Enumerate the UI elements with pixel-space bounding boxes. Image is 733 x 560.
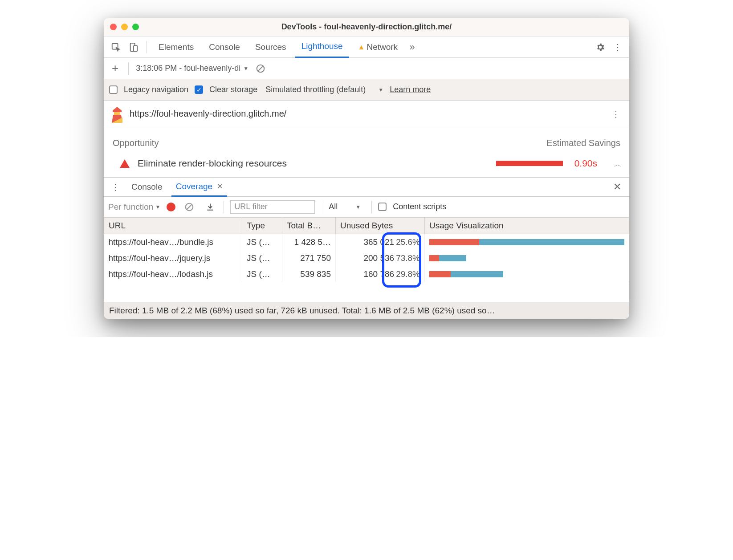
throttling-caret-icon[interactable]: ▼: [378, 87, 383, 93]
opportunity-row[interactable]: Eliminate render-blocking resources 0.90…: [113, 158, 620, 169]
opportunity-bar: [496, 161, 563, 166]
devtools-window: DevTools - foul-heavenly-direction.glitc…: [104, 18, 629, 319]
legacy-nav-checkbox[interactable]: [109, 85, 118, 94]
opportunity-label: Eliminate render-blocking resources: [138, 158, 287, 169]
table-row[interactable]: https://foul-heav…/lodash.jsJS (…539 835…: [104, 266, 629, 282]
drawer-menu-icon[interactable]: ⋮: [108, 182, 122, 192]
caret-down-icon: ▼: [155, 204, 160, 210]
url-filter-input[interactable]: URL filter: [230, 200, 315, 214]
separator: [128, 62, 129, 75]
titlebar: DevTools - foul-heavenly-direction.glitc…: [104, 18, 629, 37]
report-url[interactable]: https://foul-heavenly-direction.glitch.m…: [130, 109, 286, 119]
tab-network[interactable]: ▲ Network: [352, 37, 404, 58]
cell-unused: 160 78629.8%: [336, 266, 425, 282]
export-icon[interactable]: [203, 201, 217, 213]
clear-storage-label: Clear storage: [209, 85, 257, 94]
drawer-tabs: ⋮ Console Coverage ✕ ✕: [104, 177, 629, 197]
coverage-status-bar: Filtered: 1.5 MB of 2.2 MB (68%) used so…: [104, 302, 629, 319]
table-row[interactable]: https://foul-heav…/jquery.jsJS (…271 750…: [104, 250, 629, 266]
chevron-up-icon[interactable]: 〈: [612, 160, 622, 167]
opportunity-value: 0.90s: [574, 158, 597, 169]
drawer-tab-coverage[interactable]: Coverage ✕: [171, 177, 227, 197]
col-total[interactable]: Total B…: [282, 218, 336, 234]
cell-url: https://foul-heav…/bundle.js: [104, 234, 242, 250]
main-tabs: Elements Console Sources Lighthouse ▲ Ne…: [104, 37, 629, 58]
url-filter-placeholder: URL filter: [234, 202, 267, 211]
cell-vis: [425, 234, 629, 250]
new-report-button[interactable]: +: [109, 61, 121, 75]
tab-network-label: Network: [366, 42, 398, 52]
svg-line-4: [258, 66, 263, 71]
drawer-tab-coverage-label: Coverage: [176, 182, 212, 191]
tab-console[interactable]: Console: [203, 37, 246, 58]
content-scripts-checkbox[interactable]: [378, 203, 387, 211]
cell-type: JS (…: [242, 266, 282, 282]
report-toolbar: + 3:18:06 PM - foul-heavenly-di ▼: [104, 58, 629, 79]
svg-rect-6: [114, 112, 120, 115]
col-vis[interactable]: Usage Visualization: [425, 218, 629, 234]
coverage-type-dropdown[interactable]: Per function ▼: [108, 202, 160, 212]
cell-url: https://foul-heav…/jquery.js: [104, 250, 242, 266]
tab-elements[interactable]: Elements: [152, 37, 200, 58]
record-button[interactable]: [167, 203, 175, 211]
cell-url: https://foul-heav…/lodash.js: [104, 266, 242, 282]
caret-down-icon: ▼: [243, 65, 248, 72]
throttling-label: Simulated throttling (default): [265, 85, 366, 94]
col-unused[interactable]: Unused Bytes: [336, 218, 425, 234]
cell-unused: 365 02125.6%: [336, 234, 425, 250]
cell-unused: 200 53673.8%: [336, 250, 425, 266]
svg-line-10: [187, 204, 192, 209]
close-tab-icon[interactable]: ✕: [217, 182, 223, 191]
coverage-type-selector[interactable]: All ▼: [324, 200, 365, 214]
coverage-type-value: All: [329, 202, 338, 211]
cell-total: 271 750: [282, 250, 336, 266]
report-header: https://foul-heavenly-direction.glitch.m…: [104, 101, 629, 127]
cell-type: JS (…: [242, 234, 282, 250]
table-header-row: URL Type Total B… Unused Bytes Usage Vis…: [104, 218, 629, 234]
coverage-table: URL Type Total B… Unused Bytes Usage Vis…: [104, 217, 629, 282]
drawer-tab-console[interactable]: Console: [127, 177, 167, 197]
learn-more-link[interactable]: Learn more: [390, 85, 431, 94]
lighthouse-icon: [110, 106, 124, 122]
cell-total: 1 428 5…: [282, 234, 336, 250]
kebab-menu-icon[interactable]: ⋮: [611, 42, 625, 53]
cell-vis: [425, 266, 629, 282]
select-element-icon[interactable]: [108, 41, 123, 54]
col-type[interactable]: Type: [242, 218, 282, 234]
report-menu-icon[interactable]: ⋮: [609, 109, 623, 119]
table-row[interactable]: https://foul-heav…/bundle.jsJS (…1 428 5…: [104, 234, 629, 250]
cell-total: 539 835: [282, 266, 336, 282]
legacy-nav-label: Legacy navigation: [124, 85, 188, 94]
coverage-toolbar: Per function ▼ URL filter All ▼ Content …: [104, 197, 629, 217]
device-toolbar-icon[interactable]: [126, 41, 141, 54]
coverage-type-label: Per function: [108, 202, 153, 212]
separator: [224, 201, 224, 213]
report-dropdown-label: 3:18:06 PM - foul-heavenly-di: [136, 64, 240, 73]
tab-sources[interactable]: Sources: [249, 37, 293, 58]
caret-down-icon: ▼: [355, 204, 361, 210]
lighthouse-options: Legacy navigation ✓ Clear storage Simula…: [104, 79, 629, 101]
opportunities-section: Opportunity Estimated Savings Eliminate …: [104, 127, 629, 177]
clear-report-icon[interactable]: [253, 62, 268, 75]
window-title: DevTools - foul-heavenly-direction.glitc…: [104, 22, 629, 32]
report-dropdown[interactable]: 3:18:06 PM - foul-heavenly-di ▼: [136, 64, 248, 73]
clear-storage-checkbox[interactable]: ✓: [195, 85, 203, 94]
fail-triangle-icon: [120, 159, 130, 168]
svg-marker-5: [113, 107, 122, 112]
more-tabs-icon[interactable]: »: [407, 40, 417, 55]
opportunity-header: Opportunity: [113, 138, 159, 148]
warning-icon: ▲: [358, 43, 365, 51]
svg-rect-2: [134, 45, 137, 51]
settings-icon[interactable]: [593, 41, 608, 54]
separator: [371, 201, 372, 213]
close-drawer-icon[interactable]: ✕: [610, 181, 625, 193]
coverage-table-container: URL Type Total B… Unused Bytes Usage Vis…: [104, 217, 629, 302]
col-url[interactable]: URL: [104, 218, 242, 234]
cell-type: JS (…: [242, 250, 282, 266]
content-scripts-label: Content scripts: [393, 202, 446, 211]
estimated-savings-header: Estimated Savings: [546, 138, 620, 148]
clear-coverage-icon[interactable]: [182, 200, 197, 214]
tab-lighthouse[interactable]: Lighthouse: [295, 37, 349, 58]
cell-vis: [425, 250, 629, 266]
separator: [147, 41, 147, 53]
